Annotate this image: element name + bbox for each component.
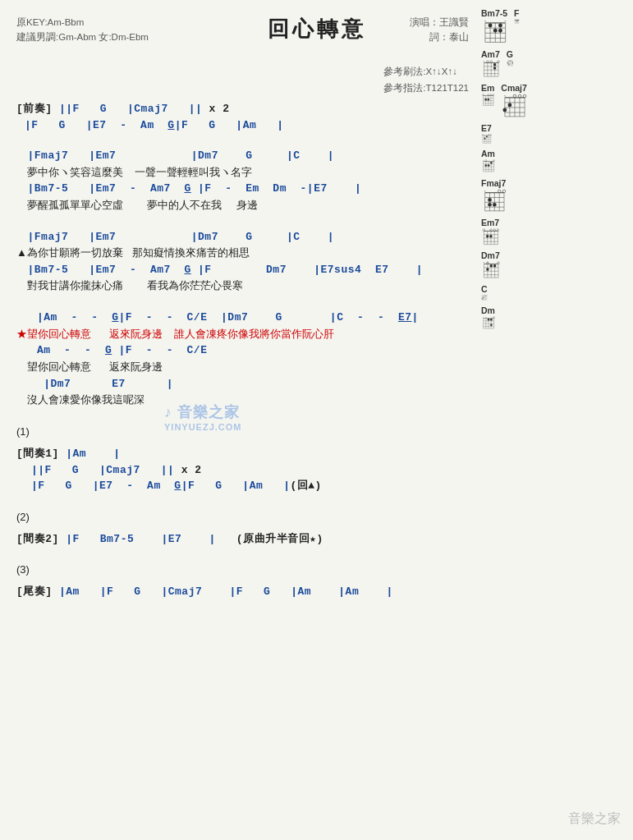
- svg-point-124: [485, 165, 488, 168]
- svg-point-202: [493, 317, 495, 319]
- svg-point-12: [489, 24, 493, 28]
- chord-row-6: Fmaj7 ×: [481, 178, 625, 213]
- page: 回心轉意 原KEY:Am-Bbm 建議男調:Gm-Abm 女:Dm-Ebm 演唱…: [0, 0, 633, 840]
- chorus-chord-3: |Dm7 E7 |: [16, 376, 461, 392]
- chord-grid-dm7: × ×: [481, 261, 500, 279]
- section-verse1a: |Fmaj7 |Em7 |Dm7 G |C | 夢中你ヽ笑容這麼美 一聲一聲輕輕…: [16, 148, 461, 214]
- chord-row-5: Am ×: [481, 149, 625, 172]
- bottom-logo: 音樂之家: [568, 810, 621, 828]
- section-interlude2: [間奏2] |F Bm7-5 |E7 | (原曲升半音回★): [16, 531, 461, 548]
- svg-point-92: [508, 103, 512, 107]
- i1-chord-3: |F G |E7 - Am G|F G |Am |(回▲): [16, 478, 461, 494]
- svg-text:×: ×: [484, 19, 487, 23]
- svg-point-15: [498, 29, 502, 33]
- chorus-lyric-1: ★望你回心轉意 返來阮身邊 誰人會凍疼你像我將你當作阮心肝: [16, 326, 461, 343]
- key-info: 原KEY:Am-Bbm: [16, 15, 149, 30]
- svg-point-77: [488, 99, 490, 101]
- svg-point-59: [507, 62, 507, 63]
- section-intro: [前奏] ||F G |Cmaj7 || x 2 |F G |E7 - Am G…: [16, 101, 461, 133]
- chord-grid-g: [507, 60, 513, 67]
- chord-row-3: Em: [481, 83, 625, 118]
- note2: (2): [16, 511, 461, 523]
- chord-em7: Em7: [481, 218, 499, 246]
- chord-grid-dm: × ×: [481, 316, 495, 329]
- svg-point-136: [502, 190, 506, 193]
- chord-bm75: Bm7-5 × ×: [481, 8, 507, 44]
- svg-point-45: [493, 67, 497, 70]
- svg-text:×: ×: [482, 295, 483, 296]
- svg-point-139: [488, 203, 492, 207]
- chord-g: G: [507, 49, 513, 78]
- chord-dm7: Dm7 × ×: [481, 250, 500, 279]
- svg-point-154: [483, 229, 485, 232]
- v1b-lyric-2: 對我甘講你攏抹心痛 看我為你茫茫心畏寒: [16, 278, 461, 295]
- chord-row-7: Em7: [481, 218, 625, 246]
- svg-text:×: ×: [484, 189, 486, 193]
- section-outro: [尾奏] |Am |F G |Cmaj7 |F G |Am |Am |: [16, 584, 461, 600]
- svg-point-120: [493, 160, 495, 162]
- svg-point-172: [490, 264, 493, 268]
- svg-point-60: [512, 62, 513, 63]
- chord-grid-bm75: × ×: [481, 19, 507, 44]
- i1-chord-1: [間奏1] |Am |: [16, 446, 461, 462]
- v1a-lyric-1: 夢中你ヽ笑容這麼美 一聲一聲輕輕叫我ヽ名字: [16, 164, 461, 181]
- section-note1: (1): [16, 425, 461, 438]
- chord-row-8: Dm7 × ×: [481, 250, 625, 279]
- intro-chord-2: |F G |E7 - Am G|F G |Am |: [16, 117, 461, 134]
- svg-point-93: [503, 108, 507, 112]
- chord-grid-e7: [481, 134, 492, 144]
- svg-text:×: ×: [483, 316, 484, 318]
- v1b-chord-1: |Fmaj7 |Em7 |Dm7 G |C |: [16, 229, 461, 246]
- singer: 演唱：王識賢: [410, 15, 469, 30]
- chord-am: Am ×: [481, 149, 495, 172]
- v1b-chord-2: |Bm7-5 |Em7 - Am7 G |F Dm7 |E7sus4 E7 |: [16, 262, 461, 278]
- section-interlude1: [間奏1] |Am | ||F G |Cmaj7 || x 2 |F G |E7…: [16, 446, 461, 494]
- svg-text:×: ×: [485, 316, 487, 318]
- chord-grid-am: ×: [481, 159, 495, 172]
- chorus-lyric-3: 沒人會凍愛你像我這呢深: [16, 392, 461, 409]
- svg-point-155: [486, 235, 489, 237]
- svg-point-122: [490, 162, 493, 164]
- intro-chord-1: [前奏] ||F G |Cmaj7 || x 2: [16, 101, 461, 117]
- meta-left: 原KEY:Am-Bbm 建議男調:Gm-Abm 女:Dm-Ebm: [16, 15, 149, 45]
- svg-point-76: [484, 99, 487, 101]
- svg-text:×: ×: [484, 261, 485, 264]
- v1a-chord-1: |Fmaj7 |Em7 |Dm7 G |C |: [16, 148, 461, 164]
- i2-chord-1: [間奏2] |F Bm7-5 |E7 | (原曲升半音回★): [16, 531, 461, 548]
- svg-point-61: [508, 63, 509, 64]
- svg-point-171: [493, 264, 497, 268]
- svg-text:×: ×: [504, 94, 507, 98]
- chord-cmaj7: Cmaj7 ×: [501, 83, 527, 118]
- v1a-chord-2: |Bm7-5 |Em7 - Am7 G |F - Em Dm -|E7 |: [16, 181, 461, 197]
- chord-grid-am7: ×: [481, 60, 500, 78]
- v1a-lyric-2: 夢醒孤孤單單心空虛 夢中的人不在我 身邊: [16, 197, 461, 214]
- svg-point-28: [516, 21, 517, 21]
- chorus-chord-2: Am - - G |F - - C/E: [16, 342, 461, 359]
- chord-grid-cmaj7: ×: [501, 94, 527, 118]
- main-content: [前奏] ||F G |Cmaj7 || x 2 |F G |E7 - Am G…: [16, 101, 461, 600]
- chord-row-9: C ×: [481, 284, 625, 301]
- svg-point-72: [493, 94, 494, 95]
- chord-row-10: Dm × ×: [481, 305, 625, 329]
- section-verse1b: |Fmaj7 |Em7 |Dm7 G |C | ▲為你甘願將一切放棄 那知癡情換…: [16, 229, 461, 296]
- svg-text:×: ×: [504, 19, 507, 23]
- chord-fmaj7: Fmaj7 ×: [481, 178, 506, 213]
- svg-point-13: [493, 29, 498, 33]
- svg-point-140: [493, 203, 497, 207]
- meta-right: 演唱：王識賢 詞：泰山: [410, 15, 469, 45]
- finger-pattern: 參考指法:T121T121: [383, 80, 469, 97]
- lyricist: 詞：泰山: [429, 32, 469, 42]
- svg-point-205: [490, 324, 493, 327]
- chord-grid-fmaj7: ×: [481, 189, 506, 213]
- svg-point-44: [493, 63, 497, 67]
- svg-point-156: [489, 235, 492, 237]
- suggest-info: 建議男調:Gm-Abm 女:Dm-Ebm: [16, 30, 149, 44]
- note3: (3): [16, 563, 461, 576]
- chord-row-4: E7: [481, 123, 625, 144]
- svg-text:×: ×: [483, 159, 484, 161]
- section-chorus: |Am - - G|F - - C/E |Dm7 G |C - - E7| ★望…: [16, 310, 461, 409]
- section-note3: (3): [16, 563, 461, 576]
- outro-chord-1: [尾奏] |Am |F G |Cmaj7 |F G |Am |Am |: [16, 584, 461, 600]
- chord-dm: Dm × ×: [481, 305, 495, 329]
- svg-point-108: [484, 138, 485, 140]
